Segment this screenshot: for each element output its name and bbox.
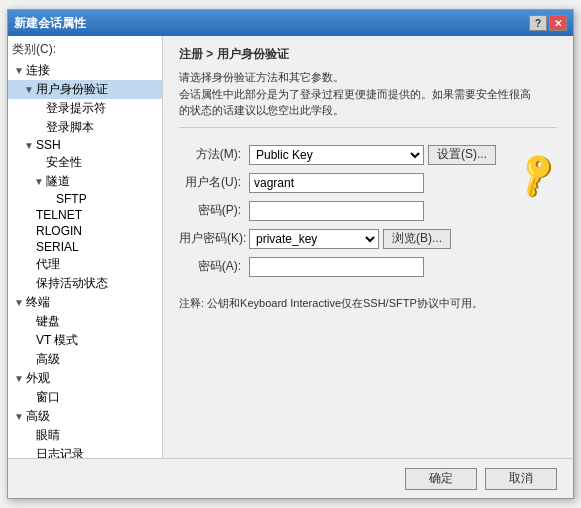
expand-icon-ssh: ▼ xyxy=(22,140,36,151)
tree-item-log[interactable]: 日志记录 xyxy=(8,445,162,458)
passphrase-input[interactable] xyxy=(249,257,424,277)
category-label: 类别(C): xyxy=(8,40,162,61)
content-area: 类别(C): ▼ 连接 ▼ 用户身份验证 登录提示符 登录脚本 xyxy=(8,36,573,458)
password-label: 密码(P): xyxy=(179,202,249,219)
tree-item-connect[interactable]: ▼ 连接 xyxy=(8,61,162,80)
titlebar-buttons: ? ✕ xyxy=(529,15,567,31)
description: 请选择身份验证方法和其它参数。 会话属性中此部分是为了登录过程更便捷而提供的。如… xyxy=(179,69,557,128)
form-area: 🔑 方法(M): Public Key Password Keyboard In… xyxy=(179,144,557,311)
tree-item-window[interactable]: 窗口 xyxy=(8,388,162,407)
tree-item-telnet[interactable]: TELNET xyxy=(8,207,162,223)
method-label: 方法(M): xyxy=(179,146,249,163)
desc-line-3: 的状态的话建议以您空出此学段。 xyxy=(179,102,557,119)
tree-item-security[interactable]: 安全性 xyxy=(8,153,162,172)
user-password-label: 用户密码(K): xyxy=(179,230,249,247)
password-input[interactable] xyxy=(249,201,424,221)
tree-label-keepalive: 保持活动状态 xyxy=(36,275,162,292)
tree-item-vt-mode[interactable]: VT 模式 xyxy=(8,331,162,350)
tree-label-appearance: 外观 xyxy=(26,370,162,387)
tree-item-terminal[interactable]: ▼ 终端 xyxy=(8,293,162,312)
expand-icon-user-auth: ▼ xyxy=(22,84,36,95)
help-button[interactable]: ? xyxy=(529,15,547,31)
username-label: 用户名(U): xyxy=(179,174,249,191)
expand-icon-connect: ▼ xyxy=(12,65,26,76)
tree-label-tunnel: 隧道 xyxy=(46,173,162,190)
tree-label-login-hint: 登录提示符 xyxy=(46,100,162,117)
left-panel: 类别(C): ▼ 连接 ▼ 用户身份验证 登录提示符 登录脚本 xyxy=(8,36,163,458)
cancel-button[interactable]: 取消 xyxy=(485,468,557,490)
right-panel: 注册 > 用户身份验证 请选择身份验证方法和其它参数。 会话属性中此部分是为了登… xyxy=(163,36,573,458)
note-text: 注释: 公钥和Keyboard Interactive仅在SSH/SFTP协议中… xyxy=(179,296,557,311)
tree-item-proxy[interactable]: 代理 xyxy=(8,255,162,274)
tree-label-ssh: SSH xyxy=(36,138,162,152)
main-window: 新建会话属性 ? ✕ 类别(C): ▼ 连接 ▼ 用户身份验证 xyxy=(7,9,574,499)
tree-item-ssh[interactable]: ▼ SSH xyxy=(8,137,162,153)
tree-item-serial[interactable]: SERIAL xyxy=(8,239,162,255)
passphrase-label: 密码(A): xyxy=(179,258,249,275)
tree-label-blink: 眼睛 xyxy=(36,427,162,444)
tree-label-login-script: 登录脚本 xyxy=(46,119,162,136)
footer: 确定 取消 xyxy=(8,458,573,498)
ok-button[interactable]: 确定 xyxy=(405,468,477,490)
tree-item-tunnel[interactable]: ▼ 隧道 xyxy=(8,172,162,191)
username-row: 用户名(U): xyxy=(179,172,557,194)
tree-label-proxy: 代理 xyxy=(36,256,162,273)
tree-label-advanced: 高级 xyxy=(36,351,162,368)
tree-item-login-hint[interactable]: 登录提示符 xyxy=(8,99,162,118)
tree-label-telnet: TELNET xyxy=(36,208,162,222)
tree-label-sftp: SFTP xyxy=(56,192,162,206)
tree-label-terminal: 终端 xyxy=(26,294,162,311)
tree-item-sftp[interactable]: SFTP xyxy=(8,191,162,207)
tree-label-keyboard: 键盘 xyxy=(36,313,162,330)
tree-label-log: 日志记录 xyxy=(36,446,162,458)
passphrase-row: 密码(A): xyxy=(179,256,557,278)
tree-label-rlogin: RLOGIN xyxy=(36,224,162,238)
tree-item-keyboard[interactable]: 键盘 xyxy=(8,312,162,331)
key-icon: 🔑 xyxy=(510,147,564,200)
tree-item-login-script[interactable]: 登录脚本 xyxy=(8,118,162,137)
tree-label-user-auth: 用户身份验证 xyxy=(36,81,162,98)
titlebar: 新建会话属性 ? ✕ xyxy=(8,10,573,36)
tree-label-connect: 连接 xyxy=(26,62,162,79)
expand-icon-appearance: ▼ xyxy=(12,373,26,384)
tree-item-keepalive[interactable]: 保持活动状态 xyxy=(8,274,162,293)
tree-item-advanced[interactable]: 高级 xyxy=(8,350,162,369)
expand-icon-advanced2: ▼ xyxy=(12,411,26,422)
username-input[interactable] xyxy=(249,173,424,193)
browse-button[interactable]: 浏览(B)... xyxy=(383,229,451,249)
user-password-select[interactable]: private_key xyxy=(249,229,379,249)
tree-item-rlogin[interactable]: RLOGIN xyxy=(8,223,162,239)
window-title: 新建会话属性 xyxy=(14,15,86,32)
tree-label-window: 窗口 xyxy=(36,389,162,406)
password-row: 密码(P): xyxy=(179,200,557,222)
desc-line-1: 请选择身份验证方法和其它参数。 xyxy=(179,69,557,86)
tree-label-advanced2: 高级 xyxy=(26,408,162,425)
close-button[interactable]: ✕ xyxy=(549,15,567,31)
expand-icon-terminal: ▼ xyxy=(12,297,26,308)
settings-button[interactable]: 设置(S)... xyxy=(428,145,496,165)
method-row: 方法(M): Public Key Password Keyboard Inte… xyxy=(179,144,557,166)
tree-item-user-auth[interactable]: ▼ 用户身份验证 xyxy=(8,80,162,99)
breadcrumb: 注册 > 用户身份验证 xyxy=(179,46,557,63)
tree-label-security: 安全性 xyxy=(46,154,162,171)
tree-item-appearance[interactable]: ▼ 外观 xyxy=(8,369,162,388)
tree-label-vt-mode: VT 模式 xyxy=(36,332,162,349)
user-password-row: 用户密码(K): private_key 浏览(B)... xyxy=(179,228,557,250)
expand-icon-tunnel: ▼ xyxy=(32,176,46,187)
desc-line-2: 会话属性中此部分是为了登录过程更便捷而提供的。如果需要安全性很高 xyxy=(179,86,557,103)
method-select[interactable]: Public Key Password Keyboard Interactive… xyxy=(249,145,424,165)
tree-item-advanced2[interactable]: ▼ 高级 xyxy=(8,407,162,426)
tree-item-blink[interactable]: 眼睛 xyxy=(8,426,162,445)
tree-label-serial: SERIAL xyxy=(36,240,162,254)
key-icon-container: 🔑 xyxy=(517,149,557,199)
